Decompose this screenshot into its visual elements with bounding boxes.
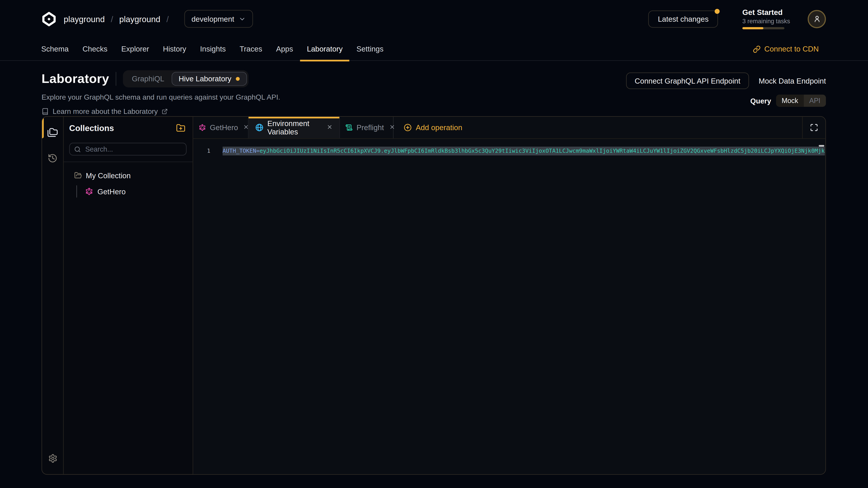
target-select[interactable]: development	[184, 10, 253, 28]
tab-explorer[interactable]: Explorer	[114, 37, 156, 61]
laboratory-panel: Collections	[41, 116, 826, 475]
close-tab-icon[interactable]	[327, 123, 333, 132]
collection-folder-label: My Collection	[86, 171, 131, 180]
page-title: Laboratory	[41, 71, 109, 86]
search-icon	[74, 146, 81, 152]
hive-app: playground / playground / development La…	[0, 0, 868, 488]
get-started-progress-track	[742, 27, 784, 29]
ide-mode-toggle: GraphiQL Hive Laboratory	[123, 70, 249, 88]
collections-sidebar: Collections	[64, 117, 193, 474]
get-started-widget[interactable]: Get Started 3 remaining tasks	[742, 8, 784, 29]
tabbar-spacer	[472, 117, 802, 138]
target-select-value: development	[191, 15, 234, 23]
operation-tabbar: GetHero Environment Variables	[193, 117, 826, 139]
tab-label: Preflight	[356, 123, 384, 132]
avatar[interactable]	[808, 10, 826, 28]
history-rail-button[interactable]	[42, 148, 63, 169]
add-collection-folder-icon[interactable]	[176, 123, 186, 133]
top-header: playground / playground / development La…	[0, 0, 868, 38]
add-operation-label: Add operation	[416, 123, 462, 132]
tab-settings[interactable]: Settings	[349, 37, 391, 61]
tab-laboratory[interactable]: Laboratory	[300, 37, 349, 61]
latest-changes-label: Latest changes	[658, 15, 708, 23]
active-rail-indicator	[42, 117, 43, 138]
line-number: 1	[193, 147, 211, 155]
graphql-logo-icon	[199, 124, 206, 131]
editor-column: GetHero Environment Variables	[193, 117, 826, 474]
tree-indent-line	[76, 185, 77, 197]
env-var-name: AUTH_TOKEN=	[222, 148, 259, 154]
book-icon	[41, 108, 49, 115]
operation-label: GetHero	[97, 187, 126, 196]
breadcrumb-separator: /	[111, 14, 113, 24]
tab-environment-variables[interactable]: Environment Variables	[249, 117, 340, 138]
tab-checks[interactable]: Checks	[75, 37, 114, 61]
breadcrumb-project[interactable]: playground	[119, 14, 160, 24]
latest-changes-button[interactable]: Latest changes	[649, 10, 718, 27]
tab-history[interactable]: History	[156, 37, 193, 61]
code-content: AUTH_TOKEN=eyJhbGciOiJIUzI1NiIsInR5cCI6I…	[222, 147, 825, 155]
history-icon	[48, 153, 58, 163]
user-icon	[812, 14, 821, 23]
link-icon	[753, 45, 761, 53]
folders-icon	[47, 127, 58, 138]
folder-open-icon	[74, 171, 82, 179]
get-started-progress-fill	[742, 27, 763, 29]
graphiql-mode-pill[interactable]: GraphiQL	[125, 72, 171, 86]
collection-folder-row[interactable]: My Collection	[64, 169, 193, 182]
collections-tree: My Collection	[64, 162, 193, 199]
tab-traces[interactable]: Traces	[232, 37, 269, 61]
graphql-logo-icon	[85, 188, 93, 195]
tab-gethero[interactable]: GetHero	[193, 117, 249, 138]
tab-label: GetHero	[210, 123, 238, 132]
environment-variables-editor[interactable]: 1 AUTH_TOKEN=eyJhbGciOiJIUzI1NiIsInR5cCI…	[193, 139, 826, 474]
add-operation-button[interactable]: Add operation	[394, 117, 472, 138]
collections-search[interactable]	[69, 143, 186, 156]
maximize-icon	[810, 123, 818, 132]
gear-icon	[48, 453, 57, 463]
hive-logo-icon[interactable]	[41, 11, 57, 26]
settings-rail-button[interactable]	[42, 448, 63, 468]
tab-insights[interactable]: Insights	[193, 37, 232, 61]
chevron-down-icon	[239, 15, 246, 22]
title-divider	[116, 72, 116, 86]
query-mode-mock[interactable]: Mock	[776, 95, 804, 107]
search-input[interactable]	[84, 144, 182, 153]
page-description: Explore your GraphQL schema and run quer…	[41, 93, 826, 101]
tab-schema[interactable]: Schema	[34, 37, 76, 61]
left-rail	[42, 117, 64, 474]
external-link-icon	[162, 108, 168, 115]
close-tab-icon[interactable]	[243, 123, 249, 132]
tab-apps[interactable]: Apps	[269, 37, 300, 61]
breadcrumb-separator: /	[166, 14, 168, 24]
learn-more-label: Learn more about the Laboratory	[53, 107, 158, 116]
hive-laboratory-mode-pill[interactable]: Hive Laboratory	[171, 72, 247, 86]
script-icon	[345, 124, 352, 131]
amber-status-dot	[236, 77, 240, 80]
operation-row-gethero[interactable]: GetHero	[64, 184, 193, 199]
connect-graphql-endpoint-button[interactable]: Connect GraphQL API Endpoint	[626, 72, 749, 89]
fullscreen-button[interactable]	[803, 117, 825, 138]
collections-title: Collections	[69, 123, 114, 133]
plus-circle-icon	[403, 123, 412, 132]
env-var-value: eyJhbGciOiJIUzI1NiIsInR5cCI6IkpXVCJ9.eyJ…	[259, 148, 825, 154]
get-started-subtitle: 3 remaining tasks	[742, 18, 784, 24]
breadcrumb-org[interactable]: playground	[64, 14, 105, 24]
mock-data-endpoint-button[interactable]: Mock Data Endpoint	[758, 76, 826, 85]
collections-rail-button[interactable]	[42, 122, 63, 143]
get-started-title: Get Started	[742, 8, 784, 17]
project-nav: Schema Checks Explorer History Insights …	[0, 38, 868, 61]
connect-to-cdn-link[interactable]: Connect to CDN	[753, 45, 819, 53]
notification-dot	[715, 8, 720, 13]
query-mode-row: Query Mock API	[750, 95, 826, 107]
globe-icon	[255, 123, 264, 132]
laboratory-header: Laboratory GraphiQL Hive Laboratory Expl…	[0, 61, 868, 116]
query-mode-toggle: Mock API	[776, 95, 826, 107]
connect-to-cdn-label: Connect to CDN	[764, 45, 819, 53]
query-mode-api[interactable]: API	[804, 95, 826, 107]
tab-preflight[interactable]: Preflight	[340, 117, 394, 138]
learn-more-link[interactable]: Learn more about the Laboratory	[41, 107, 168, 116]
editor-scrollbar-thumb[interactable]	[819, 145, 824, 147]
query-label: Query	[750, 96, 771, 105]
code-line-1[interactable]: 1 AUTH_TOKEN=eyJhbGciOiJIUzI1NiIsInR5cCI…	[193, 147, 825, 155]
